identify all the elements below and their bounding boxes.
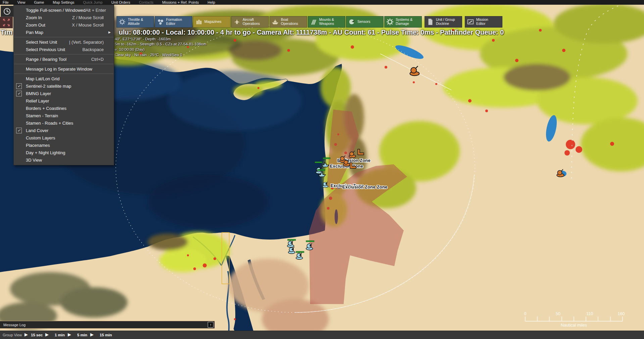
sonar-layer-line: 5m to -162m - Strength: 0.5 - CZs at 27-… — [115, 42, 206, 46]
checkmark-icon: ✓ — [16, 91, 22, 96]
aircraft-icon — [233, 18, 241, 26]
view-menu-item-borders-coastlines[interactable]: Borders + Coastlines — [14, 104, 114, 112]
boat-icon — [271, 18, 280, 26]
mounts-weapons-button[interactable]: Mounts &Weapons — [308, 16, 345, 28]
view-menu-item-land-cover[interactable]: ✓ Land Cover — [14, 127, 114, 134]
menu-missions-ref-points[interactable]: Missions + Ref. Points — [162, 0, 199, 4]
checkmark-icon: ✓ — [16, 128, 22, 133]
play-arrow-icon[interactable]: ▶ — [68, 332, 71, 337]
view-menu-item-zoom-out[interactable]: Zoom OutX / Mouse Scroll — [14, 21, 114, 29]
view-menu-item-message-log-separate-window[interactable]: Message Log in Separate Window — [14, 65, 114, 73]
view-menu-item-day-night-lighting[interactable]: Day + Night Lighting — [14, 149, 114, 156]
menu-separator — [14, 37, 113, 37]
systems-damage-button[interactable]: Systems &Damage — [384, 16, 422, 28]
formation-icon — [156, 18, 165, 26]
checkmark-icon: ✓ — [16, 83, 22, 89]
document-icon — [426, 18, 435, 26]
time-control-bar: Group View ▶ 15 sec ▶ 1 min ▶ 5 min ▶ 15… — [0, 331, 644, 339]
menu-map-settings[interactable]: Map Settings — [53, 0, 74, 4]
play-arrow-icon[interactable]: ▶ — [90, 332, 94, 337]
view-menu-item-range-bearing-tool[interactable]: Range / Bearing ToolCtrl+D — [14, 55, 114, 63]
menu-file[interactable]: File — [3, 0, 9, 4]
menu-help[interactable]: Help — [207, 0, 215, 4]
view-menu-dropdown: Toggle Full-screen / WindowedAlt + Enter… — [13, 5, 114, 165]
interval-5min-button[interactable]: 5 min — [77, 333, 87, 337]
menu-separator — [14, 64, 113, 64]
view-menu-item-relief-layer[interactable]: Relief Layer — [14, 97, 114, 104]
scale-tick-label: 110 — [586, 311, 593, 316]
menu-game[interactable]: Game — [34, 0, 44, 4]
play-arrow-icon[interactable]: ▶ — [24, 332, 28, 337]
clock-icon — [3, 7, 11, 15]
view-menu-item-toggle-fullscreen[interactable]: Toggle Full-screen / WindowedAlt + Enter — [14, 6, 114, 14]
view-menu-item-select-next-unit[interactable]: Select Next Unit| (Vert. Separator) — [14, 38, 114, 46]
message-log-bar[interactable]: Message Log ↑ — [0, 321, 215, 329]
view-menu-item-3d-view[interactable]: 3D View — [14, 156, 114, 164]
view-menu-item-stamen-terrain[interactable]: Stamen - Terrain — [14, 112, 114, 119]
time-label-fragment: Tim — [1, 29, 12, 36]
menu-bar: File View Game Map Settings Quick Jump U… — [0, 0, 644, 5]
time-compression-button[interactable] — [1, 6, 13, 17]
play-arrow-icon[interactable]: ▶ — [45, 332, 49, 337]
helm-icon — [118, 18, 127, 26]
scale-tick-label: 160 — [618, 311, 625, 316]
throttle-altitude-button[interactable]: Throttle &Altitude — [116, 16, 154, 28]
mission-editor-button[interactable]: MissionEditor — [465, 16, 502, 28]
group-view-label[interactable]: Group View — [3, 333, 22, 337]
aircraft-operations-button[interactable]: AircraftOperations — [231, 16, 269, 28]
message-log-expand-button[interactable]: ↑ — [208, 322, 213, 328]
menu-unit-orders[interactable]: Unit Orders — [111, 0, 130, 4]
menu-quick-jump: Quick Jump — [83, 0, 103, 4]
view-menu-item-bmng-layer[interactable]: ✓ BMNG Layer — [14, 90, 114, 97]
menu-contacts: Contacts — [139, 0, 153, 4]
center-on-selection-button[interactable] — [0, 17, 13, 28]
formation-editor-button[interactable]: FormationEditor — [155, 16, 192, 28]
menu-separator — [14, 74, 113, 74]
radar-icon — [347, 18, 356, 26]
interval-15sec-button[interactable]: 15 sec — [31, 333, 43, 337]
boat-operations-button[interactable]: BoatOperations — [269, 16, 307, 28]
scale-unit-label: Nautical miles — [561, 323, 587, 328]
status-banner: ulu: 08:00:00 - Local: 10:00:00 - 4 hr t… — [119, 29, 504, 36]
exclusion-zone-label: Exclusion Zone Zone — [342, 184, 388, 189]
view-menu-item-zoom-in[interactable]: Zoom InZ / Mouse Scroll — [14, 14, 114, 21]
magazines-button[interactable]: Magazines — [193, 16, 231, 28]
unit-group-doctrine-button[interactable]: Unit / GroupDoctrine — [425, 16, 462, 28]
view-menu-item-map-latlon-grid[interactable]: Map Lat/Lon Grid — [14, 75, 114, 82]
view-menu-item-stamen-roads-cities[interactable]: Stamen - Roads + Cities — [14, 119, 114, 127]
gear-icon — [386, 18, 394, 26]
contract-arrows-icon — [2, 18, 11, 27]
toolbar: Throttle &Altitude FormationEditor Magaz… — [116, 16, 502, 28]
sensors-button[interactable]: Sensors — [346, 16, 384, 28]
interval-15min-button[interactable]: 15 min — [100, 333, 112, 337]
local-time-line: e: 10:00:00 (Day) — [115, 47, 145, 51]
view-menu-item-select-previous-unit[interactable]: Select Previous UnitBackspace — [14, 46, 114, 53]
interval-1min-button[interactable]: 1 min — [55, 333, 65, 337]
scale-tick-label: 0 — [524, 311, 527, 316]
view-menu-item-placenames[interactable]: Placenames — [14, 141, 114, 149]
scale-tick-label: 50 — [556, 311, 560, 316]
cursor-position-line: 40", E27°12'38" - Depth: -1603m — [115, 37, 170, 41]
view-menu-item-custom-layers[interactable]: Custom Layers — [14, 134, 114, 141]
message-log-title: Message Log — [0, 323, 26, 327]
bullets-icon — [194, 18, 203, 26]
menu-view[interactable]: View — [17, 0, 26, 4]
view-menu-item-pan-map[interactable]: Pan Map ▶ — [14, 29, 114, 36]
clipboard-pencil-icon — [466, 18, 475, 26]
weather-line: Clear sky - No rain - 25°C - Wind/Sea 0 — [115, 53, 182, 57]
submenu-arrow-icon: ▶ — [108, 31, 111, 34]
menu-separator — [14, 54, 113, 54]
missiles-icon — [309, 18, 318, 26]
view-menu-item-sentinel2-satellite-map[interactable]: ✓ Sentinel-2 satellite map — [14, 82, 114, 90]
